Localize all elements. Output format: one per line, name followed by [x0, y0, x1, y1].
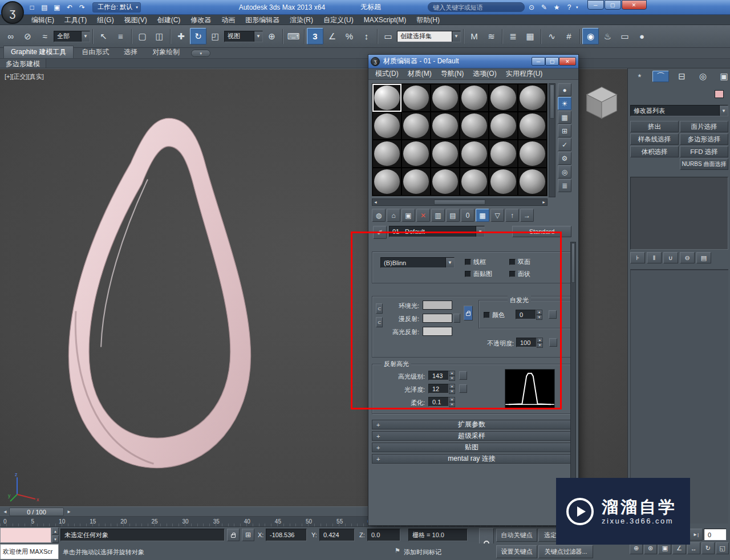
modify-panel-tab[interactable]: ⌒ — [652, 71, 669, 82]
material-sample-slot[interactable] — [518, 168, 547, 196]
material-sample-slot[interactable] — [402, 84, 431, 112]
material-editor-menu-item[interactable]: 导航(N) — [436, 69, 469, 79]
modifier-button-poly-select[interactable]: 多边形选择 — [680, 133, 728, 145]
ribbon-tab-freeform[interactable]: 自由形式 — [75, 46, 116, 58]
material-sample-slot[interactable] — [489, 84, 518, 112]
sample-type-icon[interactable]: ● — [558, 83, 571, 96]
z-coordinate-field[interactable]: 0.0 — [367, 529, 400, 541]
go-to-end-button[interactable]: ►| — [689, 529, 703, 541]
time-slider-next-arrow[interactable]: ► — [65, 509, 73, 514]
menu-item[interactable]: 视图(V) — [119, 15, 152, 25]
window-close-button[interactable]: ✕ — [622, 0, 647, 10]
menu-item[interactable]: 渲染(R) — [285, 15, 318, 25]
make-unique-icon[interactable]: ∪ — [663, 252, 678, 263]
unlink-selection-icon[interactable]: ⊘ — [19, 28, 36, 44]
material-sample-slot[interactable] — [489, 112, 518, 140]
material-sample-slot[interactable] — [431, 168, 460, 196]
named-selection-sets-dropdown[interactable]: 创建选择集▼ — [397, 31, 461, 42]
material-sample-slot[interactable] — [489, 140, 518, 168]
undo-icon[interactable]: ↶ — [64, 2, 75, 13]
workspace-selector[interactable]: 工作台: 默认 ▾ — [92, 2, 141, 13]
render-setup-icon[interactable]: ♨ — [599, 28, 616, 44]
ribbon-tab-object-paint[interactable]: 对象绘制 — [145, 46, 186, 58]
material-sample-slot[interactable] — [489, 168, 518, 196]
modifier-button-extrude[interactable]: 挤出 — [630, 121, 679, 132]
current-frame-field[interactable]: 0 — [704, 529, 727, 541]
schematic-view-icon[interactable]: # — [561, 28, 577, 44]
edit-named-selection-sets-icon[interactable]: ▭ — [380, 28, 396, 44]
material-sample-slot[interactable] — [402, 112, 431, 140]
curve-editor-icon[interactable]: ∿ — [544, 28, 560, 44]
material-sample-slot[interactable] — [518, 84, 547, 112]
select-and-link-icon[interactable]: ∞ — [2, 28, 19, 44]
material-sample-slot[interactable] — [431, 84, 460, 112]
keyboard-shortcut-override-icon[interactable]: ⌨ — [285, 28, 302, 44]
maximize-viewport-toggle[interactable]: ◱ — [716, 542, 729, 554]
window-crossing-toggle-icon[interactable]: ◫ — [151, 28, 168, 44]
mirror-icon[interactable]: M — [466, 28, 482, 44]
modifier-list-dropdown[interactable]: 修改器列表▼ — [630, 105, 728, 116]
material-sample-slot[interactable] — [460, 140, 489, 168]
make-material-copy-icon[interactable]: ▥ — [431, 209, 445, 222]
sample-horizontal-scrollbar[interactable]: ◄ ► — [372, 198, 548, 206]
ribbon-tab-selection[interactable]: 选择 — [117, 46, 144, 58]
hierarchy-panel-tab[interactable]: ⊟ — [674, 71, 690, 82]
material-map-navigator-icon[interactable]: ≣ — [558, 179, 571, 192]
go-forward-to-sibling-icon[interactable]: → — [520, 209, 534, 222]
remove-modifier-icon[interactable]: ⊖ — [680, 252, 695, 263]
get-material-icon[interactable]: ◍ — [372, 209, 386, 222]
save-file-icon[interactable]: ▣ — [51, 2, 63, 13]
modifier-button-ffd-select[interactable]: FFD 选择 — [680, 146, 728, 157]
rollout-header[interactable]: + 贴图 — [372, 443, 571, 452]
material-sample-slot[interactable] — [518, 112, 547, 140]
3dsmax-logo[interactable]: ʒ — [1, 1, 24, 24]
go-to-parent-icon[interactable]: ↑ — [505, 209, 519, 222]
help-icon[interactable]: ? — [563, 2, 575, 13]
macro-recorder-line[interactable] — [0, 527, 51, 543]
percent-snap-toggle-icon[interactable]: % — [341, 28, 358, 44]
layer-manager-icon[interactable]: ≣ — [505, 28, 521, 44]
rollout-header[interactable]: + 扩展参数 — [372, 420, 571, 429]
rendered-frame-window-icon[interactable]: ▭ — [617, 28, 633, 44]
rollout-header[interactable]: + 超级采样 — [372, 431, 571, 441]
select-by-material-icon[interactable]: ◎ — [558, 165, 571, 178]
ribbon-minimize-toggle[interactable]: ▾ — [191, 50, 210, 57]
render-production-icon[interactable]: ● — [634, 28, 650, 44]
maxscript-mini-listener[interactable]: 欢迎使用 MAXScr — [0, 544, 59, 559]
backlight-icon[interactable]: ☀ — [558, 97, 571, 110]
mini-listener-scroll[interactable]: ▲ ▼ — [52, 527, 59, 543]
selection-lock-toggle[interactable] — [227, 529, 240, 541]
modifier-button-nurbs-select[interactable]: NURBS 曲面选择 — [680, 159, 728, 170]
rectangular-selection-region-icon[interactable]: ▢ — [134, 28, 151, 44]
modifier-stack-list[interactable] — [630, 177, 728, 250]
material-sample-slot[interactable] — [372, 168, 402, 196]
modifier-button-patch-select[interactable]: 面片选择 — [680, 121, 728, 132]
window-maximize-button[interactable]: ▢ — [605, 0, 621, 10]
material-sample-slot[interactable] — [431, 112, 460, 140]
modifier-button-spline-select[interactable]: 样条线选择 — [630, 133, 679, 145]
time-slider-handle[interactable]: 0 / 100 — [9, 508, 64, 516]
search-input[interactable] — [428, 2, 525, 12]
selection-filter-dropdown[interactable]: 全部▼ — [54, 31, 90, 42]
menu-item[interactable]: 图形编辑器 — [240, 15, 285, 25]
auto-key-button[interactable]: 自动关键点 — [496, 529, 537, 542]
material-editor-menu-item[interactable]: 模式(D) — [371, 69, 403, 79]
dialog-close-button[interactable]: ✕ — [559, 57, 576, 66]
object-color-swatch[interactable] — [715, 90, 724, 98]
select-and-scale-icon[interactable]: ◰ — [207, 28, 224, 44]
display-panel-tab[interactable]: ▣ — [716, 71, 730, 82]
spinner-snap-toggle-icon[interactable]: ↕ — [358, 28, 375, 44]
redo-icon[interactable]: ↷ — [76, 2, 88, 13]
material-sample-slot[interactable] — [431, 140, 460, 168]
align-icon[interactable]: ≋ — [483, 28, 500, 44]
menu-item[interactable]: 创建(C) — [152, 15, 186, 25]
select-and-move-icon[interactable]: ✚ — [173, 28, 189, 44]
scene-object-torus-ring[interactable] — [54, 113, 265, 473]
set-key-mode-button[interactable]: 设置关键点 — [496, 545, 537, 558]
material-sample-slot[interactable] — [372, 140, 402, 168]
dialog-maximize-button[interactable]: ▢ — [545, 57, 559, 66]
dialog-minimize-button[interactable]: ─ — [532, 57, 545, 66]
material-sample-slot[interactable] — [460, 84, 489, 112]
scroll-up-icon[interactable]: ▲ — [52, 527, 59, 535]
add-time-tag[interactable]: 添加时间标记 — [404, 548, 441, 557]
